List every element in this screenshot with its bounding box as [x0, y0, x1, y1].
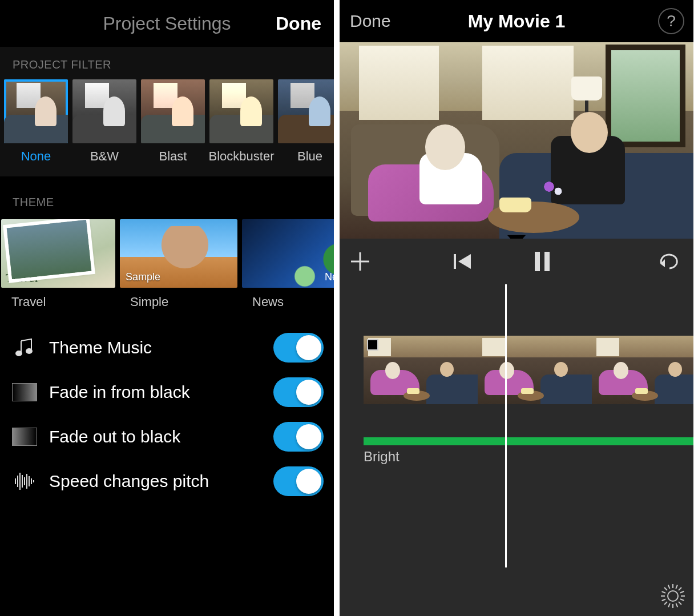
svg-point-1	[26, 349, 32, 353]
nav-bar: Done My Movie 1 ?	[340, 0, 693, 42]
filter-label: B&W	[90, 149, 119, 164]
audio-track[interactable]	[364, 437, 693, 445]
toggle-fade-out[interactable]	[273, 422, 324, 452]
go-to-start-button[interactable]	[454, 253, 473, 270]
theme-badge: News	[325, 271, 334, 283]
theme-label: News	[252, 295, 334, 309]
theme-item-simple[interactable]: Sample Simple	[120, 219, 237, 309]
option-label: Fade out to black	[49, 427, 273, 446]
filter-strip[interactable]: None B&W Blast Blockbuster Blue	[0, 79, 334, 176]
options-list: Theme Music Fade in from black Fade out …	[0, 309, 334, 504]
svg-point-0	[16, 351, 22, 356]
undo-button[interactable]	[658, 252, 681, 271]
clip[interactable]	[478, 336, 592, 404]
video-track[interactable]	[364, 336, 693, 404]
option-speed-pitch: Speed changes pitch	[10, 459, 324, 504]
done-button[interactable]: Done	[276, 0, 321, 47]
theme-strip[interactable]: Travel Travel Sample Simple News News	[0, 217, 334, 309]
svg-line-32	[662, 599, 665, 601]
svg-line-29	[680, 599, 684, 601]
option-fade-out: Fade out to black	[10, 414, 324, 459]
option-label: Speed changes pitch	[49, 472, 273, 491]
clip[interactable]	[592, 336, 693, 404]
add-media-button[interactable]	[350, 251, 370, 272]
playhead[interactable]	[505, 284, 507, 567]
filter-item-none[interactable]: None	[3, 79, 69, 164]
svg-line-26	[664, 602, 667, 605]
filter-item-blockbuster[interactable]: Blockbuster	[208, 79, 275, 164]
filter-thumb	[4, 79, 68, 143]
svg-line-31	[668, 603, 670, 607]
toggle-fade-in[interactable]	[273, 377, 324, 407]
fade-out-icon	[10, 425, 39, 448]
theme-label: Simple	[130, 295, 237, 309]
theme-badge: Travel	[6, 271, 38, 285]
nav-bar: Project Settings Done	[0, 0, 334, 47]
filter-label: Blue	[297, 149, 322, 164]
help-button[interactable]: ?	[658, 8, 684, 34]
svg-line-25	[679, 587, 681, 590]
svg-line-34	[668, 585, 670, 589]
pause-button[interactable]	[534, 252, 551, 271]
audio-track-label: Bright	[364, 449, 400, 465]
filter-item-bw[interactable]: B&W	[71, 79, 138, 164]
theme-badge: Sample	[126, 271, 160, 283]
toggle-speed-pitch[interactable]	[273, 466, 324, 496]
music-icon	[10, 336, 39, 359]
option-label: Theme Music	[49, 338, 273, 357]
filter-item-blast[interactable]: Blast	[140, 79, 206, 164]
filter-thumb	[141, 79, 205, 143]
option-fade-in: Fade in from black	[10, 370, 324, 414]
svg-marker-15	[458, 254, 471, 269]
done-button[interactable]: Done	[350, 11, 391, 31]
option-label: Fade in from black	[49, 383, 273, 402]
svg-rect-17	[544, 252, 550, 271]
project-title: My Movie 1	[468, 11, 566, 32]
filter-label: None	[21, 149, 51, 164]
video-preview[interactable]	[340, 42, 693, 239]
nav-title: Project Settings	[103, 13, 231, 34]
mute-icon	[367, 339, 378, 351]
clip[interactable]	[364, 336, 478, 404]
help-icon: ?	[667, 12, 676, 30]
theme-thumb: News	[242, 219, 334, 288]
filter-thumb	[72, 79, 136, 143]
svg-line-33	[662, 591, 665, 593]
movie-editor-screen: Done My Movie 1 ?	[340, 0, 693, 616]
svg-line-28	[680, 591, 684, 593]
filter-label: Blast	[159, 149, 187, 164]
waveform-icon	[10, 470, 39, 493]
filter-thumb	[209, 79, 273, 143]
svg-line-30	[676, 603, 677, 607]
toggle-theme-music[interactable]	[273, 333, 324, 363]
transport-bar	[340, 239, 693, 284]
theme-item-travel[interactable]: Travel Travel	[1, 219, 115, 309]
filter-item-blue[interactable]: Blue	[277, 79, 334, 164]
gear-icon	[659, 582, 687, 610]
svg-line-23	[664, 587, 667, 590]
timeline[interactable]: Bright	[340, 284, 693, 616]
filter-label: Blockbuster	[209, 149, 275, 164]
project-settings-button[interactable]	[659, 582, 687, 610]
svg-rect-14	[454, 254, 456, 269]
option-theme-music: Theme Music	[10, 325, 324, 370]
fade-in-icon	[10, 381, 39, 404]
theme-thumb: Travel	[1, 219, 115, 288]
svg-rect-16	[535, 252, 540, 271]
svg-line-27	[676, 585, 677, 589]
theme-item-news[interactable]: News News	[242, 219, 334, 309]
project-settings-screen: Project Settings Done PROJECT FILTER Non…	[0, 0, 334, 616]
filter-thumb	[278, 79, 334, 143]
svg-line-24	[679, 602, 681, 605]
theme-thumb: Sample	[120, 219, 237, 288]
theme-label: Travel	[11, 295, 115, 309]
section-header-filter: PROJECT FILTER	[0, 47, 334, 79]
section-header-theme: THEME	[0, 176, 334, 217]
svg-point-18	[668, 591, 678, 601]
